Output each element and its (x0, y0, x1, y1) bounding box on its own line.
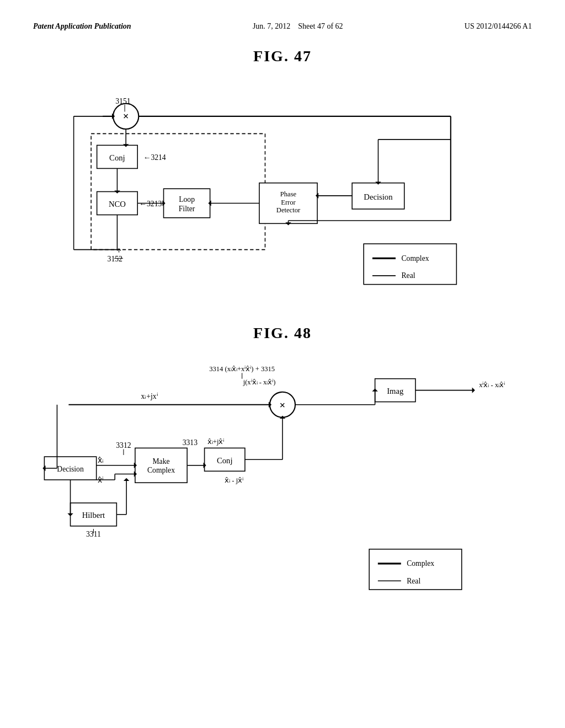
svg-text:j(xⁱx̂ᵢ - xᵢx̂ⁱ): j(xⁱx̂ᵢ - xᵢx̂ⁱ) (243, 378, 276, 386)
svg-text:Conj: Conj (109, 153, 125, 162)
svg-text:xᵢ+jxⁱ: xᵢ+jxⁱ (141, 392, 158, 400)
svg-text:x̂ᵢ - jx̂ⁱ: x̂ᵢ - jx̂ⁱ (225, 477, 243, 484)
svg-text:Detector: Detector (276, 206, 301, 214)
svg-text:Real: Real (407, 577, 420, 585)
svg-text:×: × (123, 110, 129, 122)
svg-text:Filter: Filter (179, 205, 195, 213)
svg-text:NCO: NCO (109, 200, 126, 208)
page: Patent Application Publication Jun. 7, 2… (0, 0, 565, 728)
svg-text:Complex: Complex (407, 559, 434, 568)
fig48-diagram: 3314 (xᵢx̂ᵢ+xⁱx̂ⁱ) + 3315 j(xⁱx̂ᵢ - xᵢx̂… (33, 358, 532, 601)
svg-text:←3214: ←3214 (143, 153, 166, 162)
svg-text:Complex: Complex (401, 254, 429, 263)
header-patent-number: US 2012/0144266 A1 (465, 22, 532, 31)
header-date: Jun. 7, 2012 (253, 22, 290, 30)
svg-text:x̂ᵢ: x̂ᵢ (98, 456, 104, 464)
svg-text:Real: Real (401, 271, 415, 280)
fig47-diagram: × 3151 Conj ←3214 NCO (33, 82, 532, 313)
svg-text:Loop: Loop (179, 195, 195, 204)
svg-text:Decision: Decision (57, 465, 84, 473)
svg-rect-76 (135, 448, 187, 483)
svg-text:3314  (xᵢx̂ᵢ+xⁱx̂ⁱ) +  3315: 3314 (xᵢx̂ᵢ+xⁱx̂ⁱ) + 3315 (209, 365, 275, 373)
fig47-title: FIG. 47 (33, 47, 532, 65)
svg-text:Imag: Imag (387, 387, 404, 395)
svg-text:Conj: Conj (217, 456, 233, 465)
svg-text:3313: 3313 (183, 438, 198, 447)
svg-text:x̂ᵢ+jx̂ⁱ: x̂ᵢ+jx̂ⁱ (207, 438, 225, 446)
svg-marker-60 (472, 387, 475, 393)
svg-text:3151: 3151 (115, 97, 130, 105)
svg-text:×: × (280, 399, 286, 411)
svg-text:Make: Make (153, 457, 170, 465)
svg-marker-104 (124, 478, 129, 481)
header-sheet: Sheet 47 of 62 (298, 22, 343, 30)
svg-text:3312: 3312 (116, 441, 131, 449)
svg-text:3152: 3152 (108, 255, 122, 263)
header-center: Jun. 7, 2012 Sheet 47 of 62 (253, 22, 343, 31)
svg-text:Error: Error (281, 199, 296, 206)
page-header: Patent Application Publication Jun. 7, 2… (33, 22, 532, 31)
svg-text:Phase: Phase (280, 190, 297, 198)
svg-text:Hilbert: Hilbert (82, 511, 105, 520)
svg-text:Decision: Decision (364, 192, 393, 201)
fig48-title: FIG. 48 (33, 324, 532, 342)
svg-text:xⁱx̂ᵢ - xᵢx̂ⁱ: xⁱx̂ᵢ - xᵢx̂ⁱ (479, 381, 505, 389)
header-publication: Patent Application Publication (33, 22, 131, 31)
svg-text:Complex: Complex (147, 466, 175, 474)
